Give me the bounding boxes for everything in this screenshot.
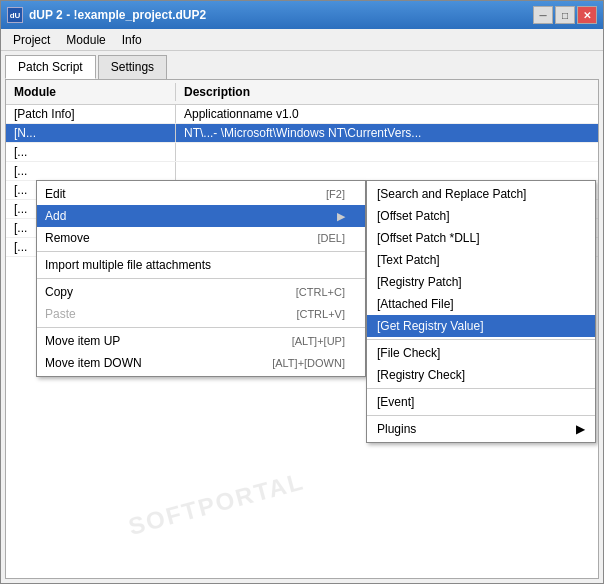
ctx-plugins[interactable]: Plugins ▶ (367, 418, 595, 440)
ctx-separator (37, 327, 365, 328)
row-module: [... (6, 162, 176, 180)
ctx-offset-patch[interactable]: [Offset Patch] (367, 205, 595, 227)
context-menu-left: Edit [F2] Add ▶ Remove [DEL] Import mult… (36, 180, 366, 377)
main-content: Module Description [Patch Info] Applicat… (5, 79, 599, 579)
context-menu-right: [Search and Replace Patch] [Offset Patch… (366, 180, 596, 443)
ctx-separator (367, 415, 595, 416)
row-module: [N... (6, 124, 176, 142)
row-module: [Patch Info] (6, 105, 176, 123)
tab-bar: Patch Script Settings (1, 51, 603, 79)
row-module: [... (6, 143, 176, 161)
ctx-event[interactable]: [Event] (367, 391, 595, 413)
row-description: Applicationname v1.0 (176, 105, 307, 123)
app-icon: dU (7, 7, 23, 23)
ctx-remove[interactable]: Remove [DEL] (37, 227, 365, 249)
ctx-paste: Paste [CTRL+V] (37, 303, 365, 325)
ctx-import[interactable]: Import multiple file attachments (37, 254, 365, 276)
table-header: Module Description (6, 80, 598, 105)
title-bar-left: dU dUP 2 - !example_project.dUP2 (7, 7, 206, 23)
title-bar: dU dUP 2 - !example_project.dUP2 ─ □ ✕ (1, 1, 603, 29)
ctx-edit[interactable]: Edit [F2] (37, 183, 365, 205)
ctx-offset-patch-dll[interactable]: [Offset Patch *DLL] (367, 227, 595, 249)
ctx-registry-patch[interactable]: [Registry Patch] (367, 271, 595, 293)
tab-patch-script[interactable]: Patch Script (5, 55, 96, 79)
ctx-search-replace[interactable]: [Search and Replace Patch] (367, 183, 595, 205)
ctx-separator (37, 251, 365, 252)
ctx-move-down[interactable]: Move item DOWN [ALT]+[DOWN] (37, 352, 365, 374)
ctx-text-patch[interactable]: [Text Patch] (367, 249, 595, 271)
menu-module[interactable]: Module (58, 31, 113, 49)
ctx-separator (367, 388, 595, 389)
ctx-get-registry-value[interactable]: [Get Registry Value] (367, 315, 595, 337)
table-row[interactable]: [... (6, 143, 598, 162)
table-row[interactable]: [... (6, 162, 598, 181)
ctx-copy[interactable]: Copy [CTRL+C] (37, 281, 365, 303)
menu-project[interactable]: Project (5, 31, 58, 49)
close-button[interactable]: ✕ (577, 6, 597, 24)
row-description (176, 162, 192, 180)
ctx-separator (37, 278, 365, 279)
ctx-add[interactable]: Add ▶ (37, 205, 365, 227)
menu-info[interactable]: Info (114, 31, 150, 49)
ctx-registry-check[interactable]: [Registry Check] (367, 364, 595, 386)
row-description: NT\...- \Microsoft\Windows NT\CurrentVer… (176, 124, 429, 142)
title-bar-controls: ─ □ ✕ (533, 6, 597, 24)
menu-bar: Project Module Info (1, 29, 603, 51)
maximize-button[interactable]: □ (555, 6, 575, 24)
ctx-separator (367, 339, 595, 340)
table-row[interactable]: [N... NT\...- \Microsoft\Windows NT\Curr… (6, 124, 598, 143)
ctx-move-up[interactable]: Move item UP [ALT]+[UP] (37, 330, 365, 352)
arrow-icon: ▶ (576, 422, 585, 436)
ctx-attached-file[interactable]: [Attached File] (367, 293, 595, 315)
tab-settings[interactable]: Settings (98, 55, 167, 79)
column-module-header: Module (6, 83, 176, 101)
row-description (176, 143, 192, 161)
main-window: dU dUP 2 - !example_project.dUP2 ─ □ ✕ P… (0, 0, 604, 584)
minimize-button[interactable]: ─ (533, 6, 553, 24)
table-row[interactable]: [Patch Info] Applicationname v1.0 (6, 105, 598, 124)
window-title: dUP 2 - !example_project.dUP2 (29, 8, 206, 22)
ctx-file-check[interactable]: [File Check] (367, 342, 595, 364)
column-description-header: Description (176, 83, 258, 101)
